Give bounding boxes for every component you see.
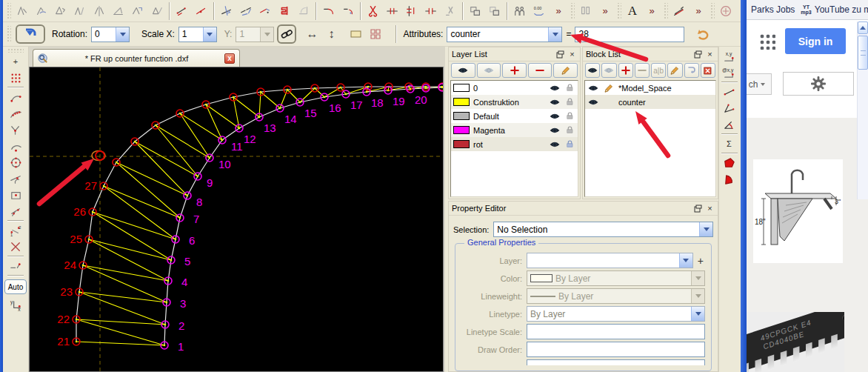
explode-icon-button[interactable] bbox=[294, 1, 313, 21]
overflow4-icon-button[interactable]: » bbox=[689, 1, 708, 21]
snap-intersection-icon-button[interactable] bbox=[7, 122, 24, 138]
array-insert-button[interactable] bbox=[366, 24, 385, 44]
remove-layer-button[interactable] bbox=[528, 63, 552, 78]
overflow-icon-button[interactable]: » bbox=[549, 1, 568, 21]
float-panel-icon[interactable] bbox=[693, 204, 703, 213]
arc-area-icon-button[interactable] bbox=[721, 171, 738, 187]
bookmark-youtube-mp3[interactable]: YouTube zu mp3 bbox=[815, 4, 868, 15]
ic-chip-image[interactable]: 49CPGCK E4 CD4040BE bbox=[747, 312, 844, 372]
restrict-orthogonal-icon-button[interactable] bbox=[7, 239, 24, 255]
close-panel-icon[interactable]: × bbox=[705, 50, 715, 59]
stretch-icon-button[interactable] bbox=[128, 1, 147, 21]
google-apps-icon[interactable] bbox=[759, 33, 775, 50]
modify-line2-icon-button[interactable] bbox=[192, 1, 211, 21]
snap-center-icon-button[interactable] bbox=[7, 138, 24, 154]
circle-center-icon-button[interactable] bbox=[716, 1, 735, 21]
snap-on-entity-icon-button[interactable] bbox=[7, 105, 24, 122]
measure-icon-button[interactable]: 0.00 bbox=[530, 1, 549, 21]
divide-icon-button[interactable] bbox=[383, 1, 402, 21]
trim-two-icon-button[interactable] bbox=[236, 1, 256, 21]
scrollbar-thumb[interactable] bbox=[858, 36, 868, 70]
property-input[interactable] bbox=[527, 359, 705, 365]
snap-distance-icon-button[interactable] bbox=[7, 203, 24, 219]
flip-horizontal-button[interactable]: ↔ bbox=[302, 24, 321, 44]
measure-angle-icon-button[interactable] bbox=[721, 100, 738, 116]
document-tab[interactable]: * FR up counter function .dxf x bbox=[33, 49, 240, 67]
toolbar-drag-handle[interactable] bbox=[570, 3, 575, 19]
scroll-up-button[interactable] bbox=[858, 21, 868, 34]
rotation-combo[interactable]: 0 bbox=[91, 27, 130, 42]
measure-arc-icon-button[interactable] bbox=[721, 116, 738, 133]
move-rotate-icon-button[interactable] bbox=[51, 1, 70, 21]
snap-tangent-icon-button[interactable] bbox=[7, 170, 24, 187]
layer-row-Construktion[interactable]: Construktion bbox=[451, 95, 578, 109]
move-window-icon-button[interactable] bbox=[466, 1, 485, 21]
trim-icon-button[interactable] bbox=[217, 1, 236, 21]
property-input[interactable] bbox=[527, 324, 705, 339]
insert-block-button[interactable] bbox=[684, 63, 699, 78]
break-icon-button[interactable] bbox=[421, 1, 441, 21]
overflow2-icon-button[interactable]: » bbox=[595, 1, 615, 21]
toolbar-drag-handle[interactable] bbox=[6, 3, 11, 19]
text-icon-button[interactable]: A bbox=[623, 1, 642, 21]
add-layer-inline-button[interactable]: + bbox=[696, 255, 705, 267]
layer-row-Default[interactable]: Default bbox=[451, 109, 578, 123]
settings-button[interactable] bbox=[783, 72, 854, 96]
toolbar-drag-handle[interactable] bbox=[7, 48, 24, 53]
insert-block-button[interactable] bbox=[16, 24, 45, 44]
scale-icon-button[interactable] bbox=[109, 1, 128, 21]
show-all-layers-button[interactable] bbox=[451, 63, 475, 78]
cut-n-icon-button[interactable] bbox=[441, 1, 460, 21]
move-copy-icon-button[interactable] bbox=[13, 1, 32, 21]
cut-icon-button[interactable] bbox=[364, 1, 383, 21]
snap-reference-icon-button[interactable]: 12 bbox=[7, 222, 24, 239]
link-scales-button[interactable] bbox=[277, 24, 296, 44]
rotate-icon-button[interactable] bbox=[32, 1, 51, 21]
block-row-counter[interactable]: counter bbox=[585, 95, 715, 109]
relative-zero-button[interactable]: yx bbox=[7, 296, 24, 313]
search-dropdown[interactable]: ch bbox=[747, 73, 772, 95]
measure-distance-icon-button[interactable] bbox=[721, 84, 738, 100]
browser-scrollbar[interactable] bbox=[857, 21, 868, 199]
layer-row-Magenta[interactable]: Magenta bbox=[451, 123, 578, 137]
fillet-icon-button[interactable] bbox=[319, 1, 338, 21]
restrict-horizontal-icon-button[interactable] bbox=[7, 258, 24, 274]
snap-free-icon-button[interactable]: + bbox=[7, 53, 24, 70]
drawing-canvas[interactable]: 2122232425262712345678910111213141516171… bbox=[29, 67, 444, 372]
snap-grid-icon-button[interactable] bbox=[7, 70, 24, 86]
toolbar-drag-handle[interactable] bbox=[616, 3, 621, 19]
bevel-icon-button[interactable] bbox=[338, 1, 358, 21]
add-block-button[interactable] bbox=[618, 63, 633, 78]
coord-relative-icon-button[interactable]: @x,y bbox=[721, 64, 738, 81]
single-insert-button[interactable] bbox=[347, 24, 366, 44]
close-panel-icon[interactable]: × bbox=[567, 50, 577, 59]
coord-absolute-icon-button[interactable]: x,y bbox=[721, 48, 738, 64]
show-all-blocks-button[interactable] bbox=[585, 63, 600, 78]
copy-window-icon-button[interactable] bbox=[485, 1, 504, 21]
float-panel-icon[interactable] bbox=[693, 50, 703, 59]
selection-combo[interactable]: No Selection bbox=[493, 222, 713, 237]
close-panel-icon[interactable]: × bbox=[705, 204, 715, 213]
sign-in-button[interactable]: Sign in bbox=[785, 28, 846, 54]
mirror-vertical-icon-button[interactable] bbox=[90, 1, 109, 21]
hide-all-blocks-button[interactable] bbox=[601, 63, 616, 78]
toolbar-drag-handle[interactable] bbox=[663, 3, 668, 19]
snap-endpoint-icon-button[interactable] bbox=[7, 89, 24, 105]
snap-middle-icon-button[interactable] bbox=[7, 187, 24, 203]
hide-all-layers-button[interactable] bbox=[477, 63, 501, 78]
shear-icon-button[interactable] bbox=[147, 1, 167, 21]
rename-block-button[interactable]: a|b bbox=[651, 63, 666, 78]
library-browser-icon-button[interactable] bbox=[576, 1, 595, 21]
remove-all-blocks-button[interactable] bbox=[701, 63, 715, 78]
edit-layer-button[interactable] bbox=[553, 63, 578, 78]
divide-freehand-icon-button[interactable] bbox=[402, 1, 421, 21]
layer-row-0[interactable]: 0 bbox=[451, 81, 578, 95]
scale-x-combo[interactable]: 1 bbox=[178, 27, 217, 42]
bracket-diagram-image[interactable]: 18" 3" bbox=[753, 159, 843, 263]
edit-block-button[interactable] bbox=[667, 63, 682, 78]
revert-button[interactable] bbox=[693, 24, 712, 44]
polyline-area-icon-button[interactable] bbox=[721, 155, 738, 171]
remove-block-button[interactable] bbox=[635, 63, 650, 78]
toolbar-drag-handle[interactable] bbox=[710, 3, 715, 19]
flip-vertical-button[interactable]: ↕ bbox=[321, 24, 341, 44]
